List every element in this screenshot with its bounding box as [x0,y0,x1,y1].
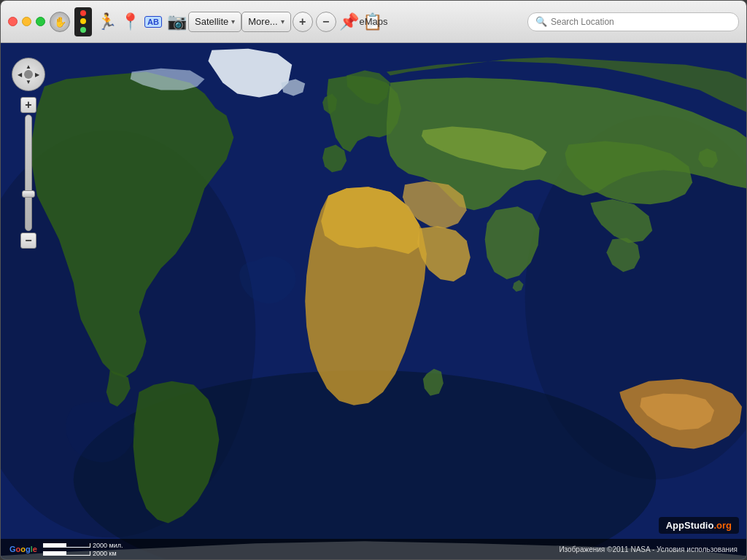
traffic-button[interactable] [71,10,95,34]
copyright-text: Изображения ©2011 NASA - Условия использ… [559,545,738,553]
camera-icon: 📷 [167,12,187,31]
zoom-track[interactable] [25,114,32,231]
directions-button[interactable]: AB [142,10,165,34]
compass-icon: ✋ [50,12,70,32]
pushpin-button[interactable]: 📌 [338,10,361,34]
zoom-controls: ▲ ▼ ◀ ▶ + − [12,58,45,249]
appstudio-name: AppStudio [666,520,714,531]
zoom-in-toolbar-button[interactable]: + [291,10,314,34]
minimize-button[interactable] [22,17,31,26]
close-button[interactable] [8,17,18,26]
map-area[interactable]: ▲ ▼ ◀ ▶ + − AppStudio.org Google [1,43,746,559]
pin-icon: 📍 [120,12,140,31]
pan-center [24,70,33,79]
scale-km-label: 2000 км [93,550,117,557]
zoom-out-toolbar-button[interactable]: − [314,10,338,34]
app-window: ✋ 🏃 📍 AB [0,0,747,560]
clipboard-button[interactable]: 📋 [361,10,384,34]
window-controls [8,17,45,26]
search-icon: 🔍 [535,16,547,27]
map-svg [1,43,746,559]
scale-ruler-km [43,551,90,556]
clipboard-icon: 📋 [363,12,382,31]
map-type-label: Satellite [195,16,228,27]
appstudio-tld: .org [713,520,732,531]
ab-icon: AB [144,16,162,28]
pushpin-icon: 📌 [339,12,359,31]
search-bar[interactable]: 🔍 [527,12,739,31]
compass-tool-button[interactable]: ✋ [48,10,71,34]
appstudio-badge: AppStudio.org [659,517,739,534]
bottom-bar: Google 2000 мил. 2000 км Изображения ©20… [1,539,746,559]
map-type-arrow-icon: ▾ [231,18,235,26]
zoom-out-button[interactable]: − [20,233,36,249]
titlebar: ✋ 🏃 📍 AB [1,1,746,43]
pin-button[interactable]: 📍 [118,10,142,34]
more-arrow-icon: ▾ [281,18,285,26]
streetview-button[interactable]: 🏃 [95,10,118,34]
zoom-in-icon: + [293,12,313,32]
pan-right-icon: ▶ [35,71,39,78]
map-type-select[interactable]: Satellite ▾ [188,12,241,32]
zoom-thumb[interactable] [22,190,35,198]
traffic-icon [74,7,92,36]
pan-up-icon: ▲ [26,63,31,70]
map-background [1,43,746,559]
zoom-out-icon: − [316,12,336,32]
scale-bar: 2000 мил. 2000 км [43,542,123,557]
more-label: More... [248,16,277,27]
maximize-button[interactable] [36,17,45,26]
photo-button[interactable]: 📷 [165,10,188,34]
zoom-in-button[interactable]: + [20,97,36,113]
scale-miles-label: 2000 мил. [93,542,123,549]
pan-control[interactable]: ▲ ▼ ◀ ▶ [12,58,45,91]
pan-down-icon: ▼ [26,79,31,85]
google-logo: Google [9,545,37,553]
search-input[interactable] [551,17,731,27]
person-icon: 🏃 [97,12,117,31]
more-button[interactable]: More... ▾ [241,12,290,32]
scale-ruler-miles [43,543,90,548]
pan-left-icon: ◀ [18,71,22,78]
